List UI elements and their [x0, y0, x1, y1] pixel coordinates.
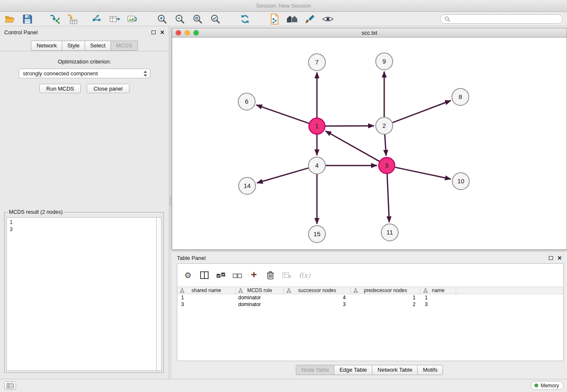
mcds-result-line: 3	[10, 226, 153, 233]
apply-style-button[interactable]	[304, 13, 317, 25]
run-mcds-button[interactable]: Run MCDS	[39, 84, 81, 93]
mcds-result-groupbox: MCDS result (2 nodes) 1 3	[4, 209, 164, 373]
deselect-all-icon[interactable]	[233, 270, 242, 281]
graph-edge-2-8[interactable]	[393, 100, 451, 122]
column-type-icon	[180, 288, 184, 293]
table-row[interactable]: 1 dominator 4 1 1	[177, 294, 563, 301]
select-all-icon[interactable]	[216, 270, 226, 281]
zoom-selected-button[interactable]	[209, 13, 222, 25]
network-canvas[interactable]: 7968124314101511	[172, 38, 567, 249]
save-session-button[interactable]	[21, 13, 34, 25]
column-header-successor-nodes[interactable]: successor nodes	[284, 287, 351, 294]
list-icon	[7, 383, 14, 388]
close-panel-button[interactable]: Close panel	[87, 84, 129, 93]
close-window-button[interactable]: ✕	[176, 30, 181, 36]
graph-edge-2-3[interactable]	[385, 135, 386, 156]
column-type-icon	[238, 288, 243, 293]
open-session-button[interactable]	[3, 13, 16, 25]
zoom-in-icon	[157, 14, 168, 25]
import-network-icon	[49, 14, 60, 24]
import-table-button[interactable]	[66, 13, 79, 25]
column-header-mcds-role[interactable]: MCDS role	[236, 287, 284, 294]
open-style-document-button[interactable]	[268, 13, 281, 25]
cell-shared-name[interactable]: 3	[177, 301, 236, 308]
delete-table-icon	[282, 270, 292, 281]
control-panel-tabs: Network Style Select MCDS	[0, 38, 169, 51]
tab-network[interactable]: Network	[31, 41, 62, 51]
close-panel-icon[interactable]: ✕	[160, 30, 165, 35]
column-header-name[interactable]: name	[421, 287, 456, 294]
zoom-in-button[interactable]	[156, 13, 168, 25]
zoom-window-button[interactable]: +	[193, 30, 199, 36]
graph-node-label-9: 9	[383, 58, 386, 65]
cell-predecessor-nodes[interactable]: 2	[351, 301, 421, 308]
zoom-out-button[interactable]	[173, 13, 186, 25]
network-window-title: scc.txt	[362, 30, 377, 36]
show-columns-icon[interactable]	[200, 270, 209, 281]
export-image-button[interactable]	[126, 13, 139, 25]
mcds-result-scrollbar[interactable]	[156, 217, 162, 371]
tab-node-table[interactable]: Node Table	[296, 365, 335, 375]
refresh-view-button[interactable]	[239, 13, 251, 25]
float-panel-icon[interactable]	[151, 30, 156, 34]
cell-mcds-role[interactable]: dominator	[236, 294, 284, 301]
tab-style[interactable]: Style	[62, 41, 85, 51]
cell-predecessor-nodes[interactable]: 1	[351, 294, 421, 301]
mcds-result-text[interactable]: 1 3	[6, 217, 156, 371]
table-panel-body: ⚙ +	[177, 263, 564, 361]
delete-column-trash-icon[interactable]	[266, 270, 275, 281]
zoom-fit-button[interactable]	[191, 13, 204, 25]
import-network-button[interactable]	[48, 13, 61, 25]
column-label: name	[432, 287, 444, 293]
titlebar[interactable]: Session: New Session	[0, 0, 567, 12]
graph-edge-3-10[interactable]	[395, 167, 451, 179]
tab-network-table[interactable]: Network Table	[372, 365, 418, 375]
graph-edge-3-11[interactable]	[387, 174, 389, 222]
tab-edge-table[interactable]: Edge Table	[334, 365, 372, 375]
export-table-button[interactable]	[108, 13, 121, 25]
splitter-handle[interactable]	[170, 196, 171, 207]
criterion-dropdown[interactable]: strongly connected component	[19, 69, 150, 78]
memory-button[interactable]: Memory	[531, 381, 564, 390]
search-box[interactable]	[440, 14, 563, 24]
tab-select[interactable]: Select	[85, 41, 111, 51]
graph-edge-4-14[interactable]	[257, 168, 308, 183]
table-panel: Table Panel ✕ ⚙	[172, 252, 567, 378]
cell-successor-nodes[interactable]: 3	[284, 301, 351, 308]
close-table-panel-icon[interactable]: ✕	[557, 255, 562, 261]
cell-successor-nodes[interactable]: 4	[284, 294, 351, 301]
network-window-titlebar[interactable]: ✕ − + scc.txt	[172, 28, 567, 38]
zoom-fit-icon	[192, 14, 203, 25]
export-network-button[interactable]	[91, 13, 103, 25]
export-image-icon	[127, 14, 138, 24]
table-settings-gear-icon[interactable]: ⚙	[183, 270, 193, 281]
cell-name[interactable]: 1	[421, 294, 456, 301]
float-table-panel-icon[interactable]	[549, 256, 553, 260]
column-label: shared name	[191, 287, 221, 293]
graph-edge-1-2[interactable]	[325, 126, 374, 126]
search-input[interactable]	[453, 16, 559, 22]
cell-shared-name[interactable]: 1	[177, 294, 236, 301]
eye-icon	[322, 15, 334, 23]
status-menu-button[interactable]	[4, 381, 16, 390]
open-folder-icon	[5, 15, 15, 23]
graph-edge-1-6[interactable]	[256, 105, 309, 123]
add-column-icon[interactable]: +	[249, 269, 259, 280]
column-header-predecessor-nodes[interactable]: predecessor nodes	[351, 287, 421, 294]
table-panel-header: Table Panel ✕	[172, 252, 567, 263]
column-header-shared-name[interactable]: shared name	[177, 287, 236, 294]
tab-mcds[interactable]: MCDS	[110, 41, 138, 51]
window-controls: ✕ − +	[176, 30, 199, 36]
cell-name[interactable]: 3	[421, 301, 456, 308]
memory-label: Memory	[541, 383, 559, 389]
save-floppy-icon	[23, 14, 32, 24]
table-row[interactable]: 3 dominator 3 2 3	[177, 301, 563, 308]
home-icon	[286, 14, 299, 24]
minimize-window-button[interactable]: −	[184, 30, 190, 36]
graph-edge-3-1[interactable]	[325, 131, 380, 161]
graph-node-label-7: 7	[315, 58, 319, 66]
tab-motifs[interactable]: Motifs	[417, 365, 443, 375]
home-button[interactable]	[286, 13, 299, 25]
show-hide-button[interactable]	[322, 13, 334, 25]
cell-mcds-role[interactable]: dominator	[236, 301, 284, 308]
